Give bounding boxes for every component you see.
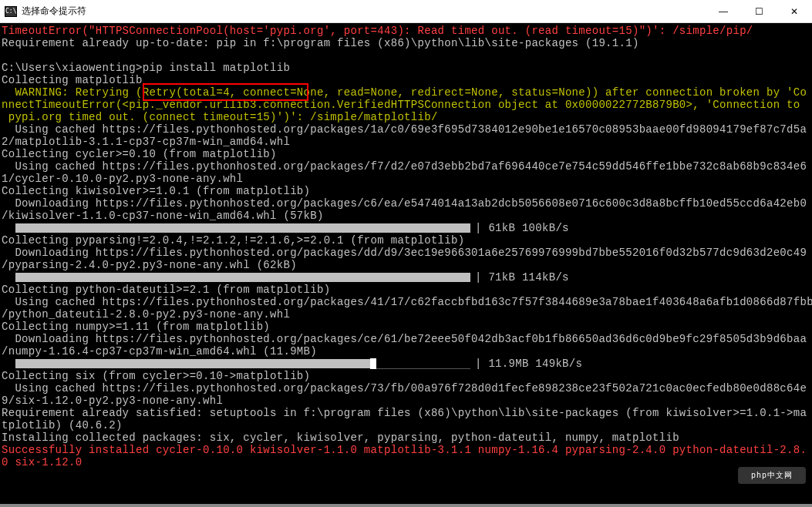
blank-line <box>2 49 812 62</box>
progress-bar <box>15 359 370 368</box>
titlebar[interactable]: C:\\ 选择命令提示符 — ☐ ✕ <box>0 0 812 23</box>
output-line: 1/cycler-0.10.0-py2.py3-none-any.whl <box>2 173 812 185</box>
output-line: Requirement already up-to-date: pip in f… <box>2 37 812 49</box>
minimize-button[interactable]: — <box>706 0 741 23</box>
output-line: Collecting matplotlib <box>2 74 812 86</box>
progress-bar <box>15 273 470 282</box>
output-line: 9/six-1.12.0-py2.py3-none-any.whl <box>2 395 812 407</box>
progress-line: | 71kB 114kB/s <box>2 271 812 284</box>
output-line: Collecting numpy>=1.11 (from matplotlib) <box>2 321 812 333</box>
output-line: Using cached https://files.pythonhosted.… <box>2 382 812 395</box>
warning-line: nnectTimeoutError(<pip._vendor.urllib3.c… <box>2 99 812 111</box>
warning-line: WARNING: Retrying (Retry(total=4, connec… <box>2 86 812 99</box>
terminal-output[interactable]: TimeoutError("HTTPSConnectionPool(host='… <box>0 23 812 468</box>
output-line: Downloading https://files.pythonhosted.o… <box>2 197 812 210</box>
progress-text: | 11.9MB 149kB/s <box>475 358 582 370</box>
output-line: Using cached https://files.pythonhosted.… <box>2 123 812 136</box>
window-title: 选择命令提示符 <box>22 5 706 18</box>
success-line: Successfully installed cycler-0.10.0 kiw… <box>2 444 812 456</box>
cmd-icon: C:\\ <box>5 6 17 17</box>
output-line: Downloading https://files.pythonhosted.o… <box>2 247 812 259</box>
maximize-button[interactable]: ☐ <box>741 0 777 23</box>
progress-text: | 71kB 114kB/s <box>475 271 569 284</box>
output-line: Requirement already satisfied: setuptool… <box>2 407 812 419</box>
output-line: 2/matplotlib-3.1.1-cp37-cp37m-win_amd64.… <box>2 136 812 148</box>
output-line: TimeoutError("HTTPSConnectionPool(host='… <box>2 25 812 37</box>
output-line: Installing collected packages: six, cycl… <box>2 431 812 444</box>
prompt: C:\Users\xiaowenting> <box>2 62 143 74</box>
output-line: Using cached https://files.pythonhosted.… <box>2 160 812 173</box>
output-line: tplotlib) (40.6.2) <box>2 419 812 431</box>
progress-line: | 61kB 100kB/s <box>2 222 812 234</box>
output-line: Collecting pyparsing!=2.0.4,!=2.1.2,!=2.… <box>2 234 812 247</box>
progress-bar <box>15 223 470 233</box>
output-line: Collecting python-dateutil>=2.1 (from ma… <box>2 284 812 296</box>
output-line: Collecting cycler>=0.10 (from matplotlib… <box>2 148 812 160</box>
watermark: php中文网 <box>738 467 806 484</box>
progress-track <box>376 358 470 369</box>
output-line: Collecting six (from cycler>=0.10->matpl… <box>2 370 812 382</box>
bottom-bar <box>0 504 812 507</box>
progress-text: | 61kB 100kB/s <box>475 222 569 234</box>
output-line: Downloading https://files.pythonhosted.o… <box>2 333 812 345</box>
warning-line: pypi.org timed out. (connect timeout=15)… <box>2 111 812 123</box>
cursor-icon <box>370 358 376 369</box>
window-controls: — ☐ ✕ <box>706 0 812 22</box>
output-line: /pyparsing-2.4.0-py2.py3-none-any.whl (6… <box>2 259 812 271</box>
output-line: /numpy-1.16.4-cp37-cp37m-win_amd64.whl (… <box>2 345 812 358</box>
output-line: Collecting kiwisolver>=1.0.1 (from matpl… <box>2 185 812 197</box>
success-line: 0 six-1.12.0 <box>2 456 812 468</box>
progress-line: | 11.9MB 149kB/s <box>2 358 812 370</box>
command: pip install matplotlib <box>143 62 290 74</box>
close-button[interactable]: ✕ <box>777 0 812 23</box>
prompt-line: C:\Users\xiaowenting>pip install matplot… <box>2 62 812 74</box>
output-line: Using cached https://files.pythonhosted.… <box>2 296 812 308</box>
output-line: /python_dateutil-2.8.0-py2.py3-none-any.… <box>2 308 812 321</box>
output-line: /kiwisolver-1.1.0-cp37-none-win_amd64.wh… <box>2 210 812 222</box>
